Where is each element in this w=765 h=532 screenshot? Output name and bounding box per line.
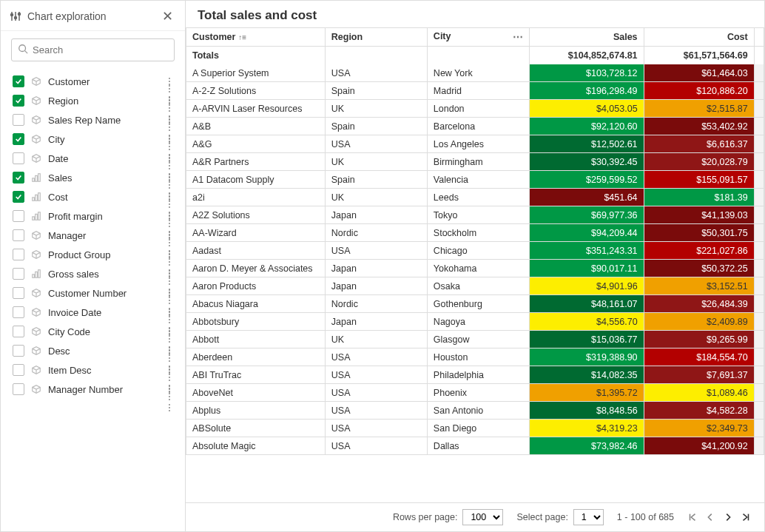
checkbox[interactable] (13, 191, 24, 203)
dimension-icon (30, 133, 42, 145)
table-row[interactable]: A Superior SystemUSANew York$103,728.12$… (186, 64, 764, 82)
cell-customer: A Superior System (186, 64, 326, 82)
drag-handle-icon[interactable] (169, 212, 176, 220)
drag-handle-icon[interactable] (169, 135, 176, 143)
drag-handle-icon[interactable] (169, 270, 176, 277)
checkbox[interactable] (13, 172, 24, 183)
table-row[interactable]: Aaron ProductsJapanOsaka$4,901.96$3,152.… (186, 277, 764, 295)
field-sales-rep-name[interactable]: Sales Rep Name (1, 110, 185, 129)
table-row[interactable]: a2iUKLeeds$451.64$181.39 (186, 189, 764, 206)
drag-handle-icon[interactable] (169, 309, 176, 316)
col-sales[interactable]: Sales (529, 28, 644, 47)
checkbox[interactable] (13, 364, 24, 376)
checkbox[interactable] (13, 95, 24, 107)
drag-handle-icon[interactable] (169, 347, 176, 354)
search-input-wrap[interactable] (11, 38, 175, 61)
cell-region: UK (325, 100, 427, 118)
drag-handle-icon[interactable] (169, 193, 176, 201)
drag-handle-icon[interactable] (169, 116, 176, 124)
field-customer-number[interactable]: Customer Number (1, 283, 185, 303)
drag-handle-icon[interactable] (169, 174, 176, 181)
drag-handle-icon[interactable] (169, 97, 176, 104)
column-menu-icon[interactable]: ⋯ (513, 31, 523, 43)
svg-rect-18 (36, 272, 38, 277)
col-cost[interactable]: Cost (644, 28, 754, 47)
table-row[interactable]: ABSoluteUSASan Diego$4,319.23$2,349.73 (186, 420, 764, 437)
drag-handle-icon[interactable] (169, 232, 176, 239)
table-row[interactable]: A-2-Z SolutionsSpainMadrid$196,298.49$12… (186, 82, 764, 100)
field-item-desc[interactable]: Item Desc (1, 360, 185, 380)
checkbox[interactable] (13, 287, 24, 299)
cell-city: Philadelphia (427, 366, 529, 384)
col-customer[interactable]: Customer↑≡ (186, 28, 326, 47)
table-row[interactable]: Abacus NiagaraNordicGothenburg$48,161.07… (186, 295, 764, 313)
field-label: City (48, 134, 163, 145)
field-product-group[interactable]: Product Group (1, 245, 185, 264)
table-row[interactable]: AbbottUKGlasgow$15,036.77$9,265.99 (186, 331, 764, 349)
checkbox[interactable] (13, 75, 24, 87)
search-input[interactable] (33, 44, 168, 55)
checkbox[interactable] (13, 152, 24, 164)
checkbox[interactable] (13, 326, 24, 337)
drag-handle-icon[interactable] (169, 289, 176, 297)
checkbox[interactable] (13, 114, 24, 126)
drag-handle-icon[interactable] (169, 385, 176, 393)
field-profit-margin[interactable]: Profit margin (1, 206, 185, 226)
col-city[interactable]: City⋯ (427, 28, 529, 47)
checkbox[interactable] (13, 383, 24, 395)
svg-rect-11 (33, 198, 35, 201)
field-gross-sales[interactable]: Gross sales (1, 264, 185, 283)
field-customer[interactable]: Customer (1, 72, 185, 91)
field-manager-number[interactable]: Manager Number (1, 380, 185, 399)
field-manager[interactable]: Manager (1, 226, 185, 245)
drag-handle-icon[interactable] (169, 78, 176, 85)
field-sales[interactable]: Sales (1, 168, 185, 187)
table-row[interactable]: AboveNetUSAPhoenix$1,395.72$1,089.46 (186, 384, 764, 402)
checkbox[interactable] (13, 306, 24, 318)
next-page-button[interactable] (723, 512, 733, 522)
table-row[interactable]: A&R PartnersUKBirmingham$30,392.45$20,02… (186, 153, 764, 171)
cell-city: London (427, 100, 529, 118)
page-select[interactable]: 1 (573, 509, 604, 525)
table-row[interactable]: Aaron D. Meyer & AssociatesJapanYokohama… (186, 260, 764, 277)
drag-handle-icon[interactable] (169, 366, 176, 374)
checkbox[interactable] (13, 249, 24, 260)
table-row[interactable]: AadastUSAChicago$351,243.31$221,027.86 (186, 242, 764, 260)
drag-handle-icon[interactable] (169, 251, 176, 258)
drag-handle-icon[interactable] (169, 328, 176, 335)
table-row[interactable]: AA-WizardNordicStockholm$94,209.44$50,30… (186, 224, 764, 242)
field-cost[interactable]: Cost (1, 187, 185, 206)
cell-region: UK (325, 153, 427, 171)
field-region[interactable]: Region (1, 91, 185, 110)
col-region[interactable]: Region (325, 28, 427, 47)
prev-page-button[interactable] (705, 512, 715, 522)
checkbox[interactable] (13, 210, 24, 222)
table-row[interactable]: A1 Datacom SupplySpainValencia$259,599.5… (186, 171, 764, 189)
field-city[interactable]: City (1, 129, 185, 149)
checkbox[interactable] (13, 345, 24, 357)
table-row[interactable]: AbbotsburyJapanNagoya$4,556.70$2,409.89 (186, 313, 764, 331)
table-row[interactable]: AberdeenUSAHouston$319,388.90$184,554.70 (186, 349, 764, 366)
close-icon[interactable]: ✕ (159, 8, 176, 24)
field-desc[interactable]: Desc (1, 341, 185, 360)
table-row[interactable]: Absolute MagicUSADallas$73,982.46$41,200… (186, 437, 764, 455)
table-row[interactable]: A2Z SolutionsJapanTokyo$69,977.36$41,139… (186, 206, 764, 224)
field-city-code[interactable]: City Code (1, 322, 185, 341)
table-row[interactable]: AbplusUSASan Antonio$8,848.56$4,582.28 (186, 402, 764, 420)
last-page-button[interactable] (741, 512, 751, 522)
cell-cost: $2,409.89 (644, 313, 754, 331)
checkbox[interactable] (13, 229, 24, 241)
checkbox[interactable] (13, 268, 24, 280)
field-date[interactable]: Date (1, 149, 185, 168)
table-row[interactable]: A&GUSALos Angeles$12,502.61$6,616.37 (186, 135, 764, 153)
first-page-button[interactable] (687, 512, 698, 522)
table-row[interactable]: A&BSpainBarcelona$92,120.60$53,402.92 (186, 118, 764, 135)
rows-per-page-select[interactable]: 100 (462, 509, 503, 525)
table-row[interactable]: A-ARVIN Laser ResourcesUKLondon$4,053.05… (186, 100, 764, 118)
drag-handle-icon[interactable] (169, 155, 176, 162)
table-row[interactable]: ABI TruTracUSAPhiladelphia$14,082.35$7,6… (186, 366, 764, 384)
checkbox[interactable] (13, 133, 24, 145)
field-invoice-date[interactable]: Invoice Date (1, 303, 185, 322)
field-label: City Code (48, 326, 163, 337)
table-scroll[interactable]: Customer↑≡ Region City⋯ Sales Cost Total… (186, 27, 764, 502)
